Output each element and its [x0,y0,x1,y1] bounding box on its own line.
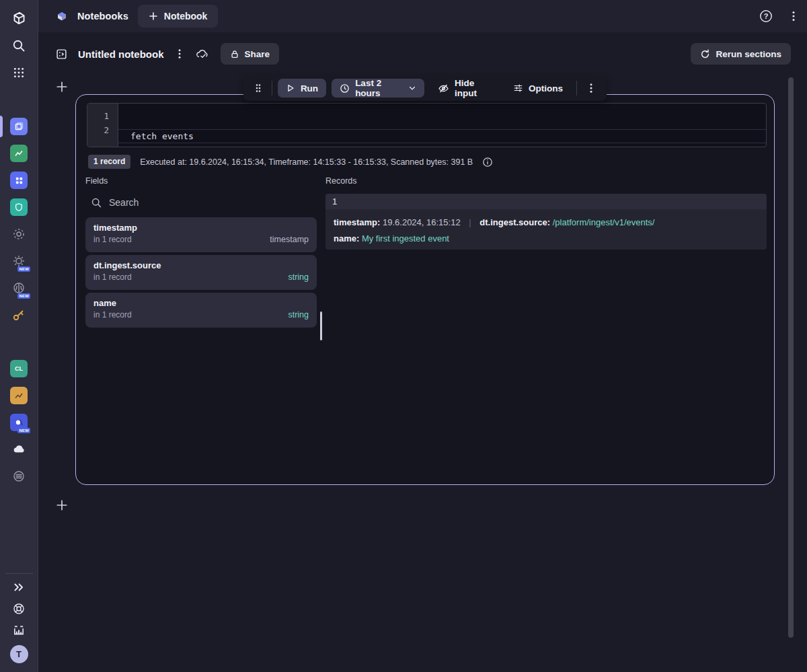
field-name: timestamp [93,223,309,233]
share-button[interactable]: Share [221,43,280,65]
sidebar-item-settings[interactable] [7,223,30,246]
info-icon[interactable] [482,157,493,167]
field-name: name [93,298,309,308]
rerun-sections-label: Rerun sections [716,49,781,59]
record-row-index: 1 [332,196,337,207]
hide-input-button[interactable]: Hide input [430,79,500,98]
topbar-kebab-menu-icon[interactable] [788,10,799,22]
play-icon [286,83,295,93]
line-number: 1 [87,109,118,123]
lock-icon [230,49,239,59]
notebook-kebab-menu-icon[interactable] [175,48,184,59]
search-icon[interactable] [7,34,30,57]
logs-tile-label: CL [15,365,23,372]
sidebar-item-hub[interactable] [7,465,30,488]
execution-summary: Executed at: 19.6.2024, 16:15:34, Timefr… [140,157,473,167]
share-button-label: Share [245,49,270,59]
new-notebook-tab-label: Notebook [164,11,208,22]
record-value: /platform/ingest/v1/events/ [553,217,655,227]
record-value: My first ingested event [362,233,449,244]
field-card-dt-ingest-source[interactable]: dt.ingest.source in 1 record string [85,255,317,290]
record-separator: | [469,217,471,227]
hide-input-label: Hide input [455,78,492,98]
run-button[interactable]: Run [278,79,326,98]
business-analytics-tile-icon [10,387,28,404]
options-label: Options [529,83,563,94]
timeframe-selector[interactable]: Last 2 hours [332,79,424,98]
svg-text:?: ? [764,12,769,20]
sidebar-item-notebooks[interactable] [7,115,30,138]
line-number: 2 [87,123,118,137]
sidebar-item-access-tokens[interactable] [7,303,30,326]
sidebar-item-dashboards[interactable] [7,142,30,165]
notebooks-tile-icon [10,118,28,135]
field-name: dt.ingest.source [93,260,309,270]
usage-summary-icon[interactable] [7,619,30,642]
new-badge: NEW [17,266,30,272]
field-type: string [288,272,309,282]
options-button[interactable]: Options [505,79,571,98]
user-avatar[interactable]: T [7,642,30,665]
record-key: timestamp: [334,217,380,227]
records-panel-heading: Records [325,176,357,186]
dql-editor[interactable]: 1 2 fetch events | filter name == "My fi… [87,103,767,147]
notebook-section: 1 2 fetch events | filter name == "My fi… [75,94,775,485]
eye-slash-icon [438,83,449,94]
field-type: string [288,310,309,320]
toolbar-divider [576,81,577,96]
panel-resize-handle[interactable] [320,311,322,340]
new-badge: NEW [17,428,30,433]
run-button-label: Run [301,83,318,94]
expand-sidebar-icon[interactable] [7,576,30,599]
app-launcher-grid-icon[interactable] [7,61,30,84]
field-count: in 1 record [93,235,132,244]
sidebar-item-profiling[interactable]: NEW [7,276,30,299]
davis-tile-icon: NEW [10,414,28,431]
rerun-sections-button[interactable]: Rerun sections [691,43,791,65]
sidebar-item-automations[interactable]: NEW [7,250,30,272]
support-icon[interactable] [7,597,30,620]
help-icon[interactable]: ? [759,9,773,24]
avatar-initial: T [10,645,28,663]
sidebar-item-clouds[interactable] [7,196,30,219]
sidebar-item-extensions[interactable] [7,169,30,192]
logs-tile-icon: CL [10,360,28,377]
dashboards-tile-icon [10,145,28,162]
sidebar-item-business-analytics[interactable] [7,384,30,407]
extensions-tile-icon [10,172,28,189]
editor-code-area[interactable]: fetch events | filter name == "My first … [118,104,766,147]
sidebar-divider [5,573,33,574]
settings-tile-icon [10,225,28,243]
record-row-body[interactable]: timestamp: 19.6.2024, 16:15:12 | dt.inge… [325,209,767,250]
add-section-below-icon[interactable] [56,499,68,511]
notebook-title[interactable]: Untitled notebook [78,48,164,60]
notebook-header: Untitled notebook Share Rerun sections [38,32,807,75]
record-line-2: name: My first ingested event [334,231,759,247]
clock-icon [340,83,350,94]
search-icon [91,197,102,209]
record-value: 19.6.2024, 16:15:12 [383,217,461,227]
sidebar-item-cloud-services[interactable] [7,438,30,461]
section-toolbar: Run Last 2 hours Hide input Options [243,75,607,101]
cloud-services-tile-icon [10,441,28,458]
timeframe-label: Last 2 hours [355,78,399,98]
code-token: fetch [130,131,157,141]
drag-handle-icon[interactable] [250,83,266,94]
new-notebook-tab[interactable]: Notebook [138,5,219,28]
record-row-header[interactable]: 1 [325,194,767,209]
field-card-timestamp[interactable]: timestamp in 1 record timestamp [85,217,317,252]
result-meta-row: 1 record Executed at: 19.6.2024, 16:15:3… [88,155,493,169]
field-card-name[interactable]: name in 1 record string [85,293,317,328]
sidebar-item-logs[interactable]: CL [7,357,30,380]
code-token: events [157,131,194,141]
section-kebab-menu-icon[interactable] [582,83,600,94]
sidebar-item-davis[interactable]: NEW [7,411,30,434]
fields-panel-heading: Fields [85,176,108,186]
dynatrace-logo-icon[interactable] [7,7,30,30]
fields-search [91,194,313,211]
active-app-indicator [0,116,3,137]
page-scrollbar[interactable] [788,77,794,638]
fields-search-input[interactable] [109,197,284,208]
sync-status-cloud-icon [195,48,210,60]
add-section-above-icon[interactable] [56,81,68,93]
